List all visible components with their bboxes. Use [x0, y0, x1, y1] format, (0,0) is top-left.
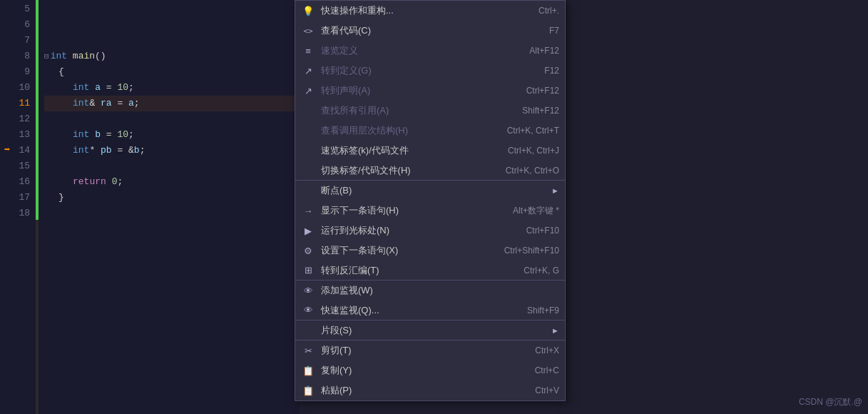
- var-a: a: [95, 80, 101, 96]
- menu-item-cut[interactable]: ✂ 剪切(T) Ctrl+X: [295, 340, 565, 360]
- menu-item-set-next[interactable]: ⚙ 设置下一条语句(X) Ctrl+Shift+F10: [295, 241, 565, 261]
- line-16: 16: [0, 174, 30, 190]
- code-line-5: [44, 1, 300, 17]
- setnext-icon: ⚙: [301, 246, 315, 256]
- right-panel: [566, 0, 868, 414]
- menu-label-add-watch: 添加监视(W): [321, 284, 545, 297]
- disasm-icon: ⊞: [301, 265, 315, 276]
- line-11: 11: [0, 96, 30, 111]
- func-main: main: [73, 49, 95, 64]
- code-line-10: int a = 10 ;: [44, 80, 300, 96]
- menu-label-copy: 复制(Y): [321, 364, 521, 377]
- shortcut-quick-watch: Shift+F9: [527, 306, 559, 315]
- menu-item-show-next[interactable]: → 显示下一条语句(H) Alt+数字键 *: [295, 201, 565, 221]
- shortcut-toggle-tags: Ctrl+K, Ctrl+O: [506, 166, 559, 176]
- menu-label-toggle-tags: 切换标签/代码文件(H): [321, 164, 491, 177]
- code-line-18: [44, 206, 300, 221]
- line-13: 13: [0, 127, 30, 143]
- line-10: 10: [0, 80, 30, 96]
- collapse-icon[interactable]: ⊟: [44, 49, 49, 64]
- shortcut-run-to-cursor: Ctrl+F10: [526, 226, 559, 236]
- num-10: 10: [117, 80, 128, 96]
- green-indicator: [36, 0, 39, 220]
- submenu-arrow-snippet: ►: [551, 326, 559, 335]
- shortcut-quick-def: Alt+F12: [529, 46, 559, 56]
- menu-item-browse-tags[interactable]: 速览标签(k)/代码文件 Ctrl+K, Ctrl+J: [295, 141, 565, 161]
- amp: &: [89, 96, 95, 111]
- debug-arrow: ➡: [0, 141, 14, 157]
- shortcut-find-refs: Shift+F12: [522, 106, 559, 116]
- menu-item-breakpoint[interactable]: 断点(B) ►: [295, 181, 565, 201]
- submenu-arrow-breakpoint: ►: [551, 186, 559, 195]
- var-a2: a: [128, 96, 134, 111]
- quickdef-icon: ≡: [301, 46, 315, 56]
- shortcut-browse-tags: Ctrl+K, Ctrl+J: [508, 146, 559, 156]
- eq: =: [101, 80, 117, 96]
- menu-label-breakpoint: 断点(B): [321, 184, 551, 197]
- kw-return: return: [73, 174, 106, 190]
- menu-item-find-refs: 查找所有引用(A) Shift+F12: [295, 101, 565, 121]
- menu-label-cut: 剪切(T): [321, 344, 521, 357]
- menu-item-call-hierarchy: 查看调用层次结构(H) Ctrl+K, Ctrl+T: [295, 121, 565, 141]
- code-line-15: [44, 158, 300, 174]
- code-line-14: int * pb = & b ;: [44, 143, 300, 158]
- copy-icon: 📋: [301, 365, 315, 376]
- menu-item-quick-action[interactable]: 💡 快速操作和重构... Ctrl+.: [295, 1, 565, 21]
- code-line-11: int & ra = a ;: [44, 96, 300, 111]
- menu-label-quick-def: 速览定义: [321, 44, 515, 57]
- shortcut-goto-decl: Ctrl+F12: [526, 86, 559, 96]
- line-18: 18: [0, 206, 30, 221]
- menu-item-view-code[interactable]: <> 查看代码(C) F7: [295, 21, 565, 41]
- menu-item-goto-disasm[interactable]: ⊞ 转到反汇编(T) Ctrl+K, G: [295, 261, 565, 281]
- menu-label-find-refs: 查找所有引用(A): [321, 104, 508, 117]
- num-10b: 10: [117, 127, 128, 143]
- code-line-7: [44, 33, 300, 49]
- menu-label-goto-disasm: 转到反汇编(T): [321, 264, 509, 277]
- shortcut-goto-def: F12: [544, 66, 559, 76]
- code-line-8: ⊟ int main (): [44, 49, 300, 64]
- kw-int-a: int: [73, 80, 89, 96]
- var-ra: ra: [101, 96, 112, 111]
- menu-item-quick-def: ≡ 速览定义 Alt+F12: [295, 41, 565, 61]
- quickwatch-icon: 👁: [301, 305, 315, 315]
- line-6: 6: [0, 17, 30, 33]
- menu-label-show-next: 显示下一条语句(H): [321, 204, 499, 217]
- menu-item-run-to-cursor[interactable]: ▶ 运行到光标处(N) Ctrl+F10: [295, 221, 565, 241]
- menu-label-call-hierarchy: 查看调用层次结构(H): [321, 124, 493, 137]
- num-0: 0: [112, 174, 118, 190]
- line-9: 9: [0, 64, 30, 80]
- shortcut-call-hierarchy: Ctrl+K, Ctrl+T: [507, 126, 559, 136]
- sp: [89, 80, 95, 96]
- menu-label-paste: 粘贴(P): [321, 384, 521, 397]
- menu-label-run-to-cursor: 运行到光标处(N): [321, 224, 512, 237]
- menu-item-quick-watch[interactable]: 👁 快速监视(Q)... Shift+F9: [295, 301, 565, 320]
- menu-item-add-watch[interactable]: 👁 添加监视(W): [295, 281, 565, 301]
- code-line-12: [44, 111, 300, 127]
- menu-label-set-next: 设置下一条语句(X): [321, 244, 490, 257]
- eq2: =: [112, 96, 128, 111]
- line-17: 17: [0, 190, 30, 206]
- menu-item-paste[interactable]: 📋 粘贴(P) Ctrl+V: [295, 380, 565, 400]
- menu-label-view-code: 查看代码(C): [321, 24, 535, 37]
- menu-item-toggle-tags[interactable]: 切换标签/代码文件(H) Ctrl+K, Ctrl+O: [295, 161, 565, 181]
- menu-label-quick-action: 快速操作和重构...: [321, 4, 524, 17]
- var-pb: pb: [101, 143, 112, 158]
- code-line-16: return 0 ;: [44, 174, 300, 190]
- addwatch-icon: 👁: [301, 286, 315, 296]
- space: [67, 49, 73, 64]
- watermark: CSDN @沉默.@: [799, 396, 862, 408]
- kw-int-b: int: [73, 127, 89, 143]
- menu-item-copy[interactable]: 📋 复制(Y) Ctrl+C: [295, 360, 565, 380]
- keyword-int: int: [51, 49, 67, 64]
- menu-label-quick-watch: 快速监视(Q)...: [321, 304, 513, 317]
- line-15: 15: [0, 158, 30, 174]
- code-icon: <>: [301, 26, 315, 36]
- shortcut-view-code: F7: [549, 26, 559, 36]
- shortcut-show-next: Alt+数字键 *: [513, 205, 559, 217]
- line-5: 5: [0, 1, 30, 17]
- menu-item-snippet[interactable]: 片段(S) ►: [295, 320, 565, 340]
- gotodecl-icon: ↗: [301, 86, 315, 96]
- menu-label-goto-decl: 转到声明(A): [321, 84, 512, 97]
- lightbulb-icon: 💡: [301, 6, 315, 16]
- code-line-13: int b = 10 ;: [44, 127, 300, 143]
